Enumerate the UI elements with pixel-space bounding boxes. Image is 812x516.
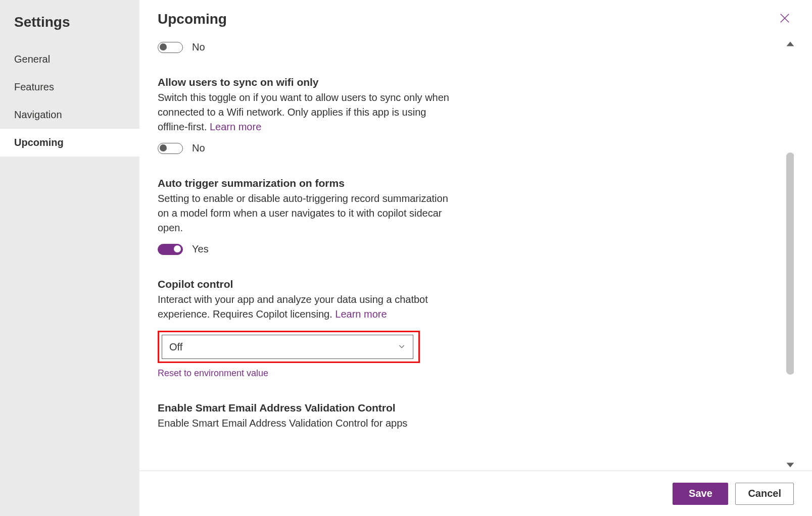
page-title: Upcoming: [158, 11, 227, 27]
sidebar-item-navigation[interactable]: Navigation: [0, 101, 139, 129]
chevron-down-icon: [398, 341, 406, 353]
setting-wifi-desc: Switch this toggle on if you want to all…: [158, 90, 451, 134]
scroll-track[interactable]: [786, 51, 794, 459]
setting-copilot-desc: Interact with your app and analyze your …: [158, 292, 451, 322]
copilot-select[interactable]: Off: [162, 335, 413, 359]
sidebar-title: Settings: [0, 10, 139, 45]
reset-to-environment-link[interactable]: Reset to environment value: [158, 368, 268, 379]
settings-sidebar: Settings General Features Navigation Upc…: [0, 0, 139, 516]
toggle-wifi-sync[interactable]: [158, 143, 183, 154]
toggle-auto-summarize[interactable]: [158, 244, 183, 255]
sidebar-item-features[interactable]: Features: [0, 73, 139, 101]
close-button[interactable]: [776, 10, 794, 28]
scroll-down-arrow-icon[interactable]: [786, 461, 794, 471]
setting-summarize-title: Auto trigger summarization on forms: [158, 177, 602, 189]
setting-email-title: Enable Smart Email Address Validation Co…: [158, 402, 602, 414]
sidebar-item-upcoming[interactable]: Upcoming: [0, 129, 139, 157]
learn-more-link[interactable]: Learn more: [335, 308, 387, 320]
main-panel: Upcoming No Allow users to sync on: [139, 0, 812, 516]
cancel-button[interactable]: Cancel: [735, 483, 794, 505]
setting-summarize-desc: Setting to enable or disable auto-trigge…: [158, 191, 451, 235]
toggle-auto-summarize-label: Yes: [192, 243, 209, 255]
toggle-unknown-label: No: [192, 41, 205, 53]
toggle-wifi-sync-label: No: [192, 142, 205, 154]
setting-email-desc: Enable Smart Email Address Validation Co…: [158, 416, 451, 431]
save-button[interactable]: Save: [673, 483, 728, 505]
copilot-select-value: Off: [169, 341, 182, 353]
copilot-select-highlight: Off: [158, 331, 420, 363]
settings-content: No Allow users to sync on wifi only Swit…: [158, 41, 602, 431]
sidebar-item-general[interactable]: General: [0, 45, 139, 73]
setting-copilot-title: Copilot control: [158, 278, 602, 290]
vertical-scrollbar[interactable]: [784, 40, 794, 471]
scroll-up-arrow-icon[interactable]: [786, 40, 794, 49]
scroll-thumb[interactable]: [786, 152, 794, 375]
svg-marker-3: [787, 463, 794, 468]
setting-wifi-title: Allow users to sync on wifi only: [158, 76, 602, 88]
close-icon: [779, 13, 790, 26]
toggle-unknown[interactable]: [158, 42, 183, 53]
learn-more-link[interactable]: Learn more: [210, 121, 261, 132]
svg-marker-2: [787, 42, 794, 46]
footer-bar: Save Cancel: [139, 471, 812, 516]
